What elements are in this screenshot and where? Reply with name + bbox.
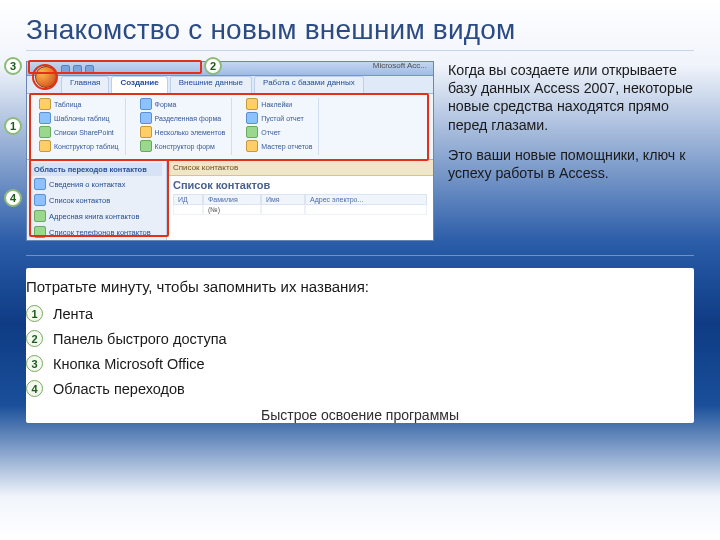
legend-label: Панель быстрого доступа bbox=[53, 331, 227, 347]
legend-label: Кнопка Microsoft Office bbox=[53, 356, 205, 372]
legend-item-2: 2Панель быстрого доступа bbox=[26, 330, 694, 347]
highlight-office-button bbox=[32, 64, 58, 90]
ribbon-tab: Главная bbox=[61, 76, 109, 93]
legend-badge: 3 bbox=[26, 355, 43, 372]
prompt-text: Потратьте минуту, чтобы запомнить их наз… bbox=[26, 278, 694, 295]
legend-label: Лента bbox=[53, 306, 93, 322]
title-rule bbox=[26, 50, 694, 51]
legend-label: Область переходов bbox=[53, 381, 185, 397]
highlight-nav-pane bbox=[29, 159, 169, 237]
side-text: Когда вы создаете или открываете базу да… bbox=[448, 61, 694, 194]
legend-badge: 1 bbox=[26, 305, 43, 322]
screenshot-thumbnail: Microsoft Acc... Главная Создание Внешни… bbox=[26, 61, 434, 241]
legend-item-4: 4Область переходов bbox=[26, 380, 694, 397]
callout-1: 1 bbox=[4, 117, 22, 135]
callout-3: 3 bbox=[4, 57, 22, 75]
legend-badge: 2 bbox=[26, 330, 43, 347]
legend-item-3: 3Кнопка Microsoft Office bbox=[26, 355, 694, 372]
paragraph-1: Когда вы создаете или открываете базу да… bbox=[448, 61, 694, 134]
paragraph-2: Это ваши новые помощники, ключ к успеху … bbox=[448, 146, 694, 182]
data-grid: ИД Фамилия Имя Адрес электро... (№) bbox=[167, 194, 433, 219]
footer-text: Быстрое освоение программы bbox=[26, 407, 694, 423]
callout-4: 4 bbox=[4, 189, 22, 207]
ribbon-tab: Создание bbox=[111, 76, 167, 93]
legend-badge: 4 bbox=[26, 380, 43, 397]
callout-2: 2 bbox=[204, 57, 222, 75]
app-name: Microsoft Acc... bbox=[373, 61, 427, 70]
legend-list: 1Лента 2Панель быстрого доступа 3Кнопка … bbox=[26, 305, 694, 397]
document-tab: Список контактов bbox=[167, 160, 433, 176]
legend-item-1: 1Лента bbox=[26, 305, 694, 322]
ribbon-tab: Внешние данные bbox=[170, 76, 252, 93]
highlight-ribbon bbox=[29, 93, 429, 161]
ribbon-tab: Работа с базами данных bbox=[254, 76, 364, 93]
document-title: Список контактов bbox=[167, 176, 433, 194]
section-divider bbox=[26, 255, 694, 256]
page-title: Знакомство с новым внешним видом bbox=[26, 14, 694, 46]
